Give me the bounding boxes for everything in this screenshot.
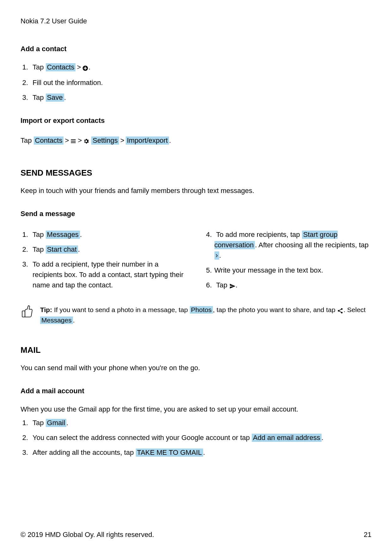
start-chat-button: Start chat [46,245,78,254]
text: . [78,245,80,253]
text: . [219,251,221,259]
text: > [63,134,70,148]
contacts-button: Contacts [34,136,64,145]
send-message-steps-right: To add more recipients, tap Start group … [202,229,372,295]
heading-send-messages: SEND MESSAGES [21,167,371,179]
text: Tap [33,93,46,101]
svg-point-8 [338,310,340,311]
text: After adding all the accounts, tap [33,449,136,456]
menu-icon [70,134,76,148]
gear-icon [83,134,89,148]
svg-rect-5 [71,142,76,143]
text: Tap [33,63,46,71]
page-header: Nokia 7.2 User Guide [21,16,371,26]
text: . [203,449,205,456]
svg-line-10 [339,309,341,310]
list-item: Tap Gmail. [30,418,371,428]
send-message-steps-left: Tap Messages. Tap Start chat. To add a r… [21,229,190,295]
svg-point-9 [341,312,343,313]
text: You can select the address connected wit… [33,434,252,442]
text: . [322,434,323,442]
list-item: Tap Start chat. [30,244,190,255]
send-icon [229,280,236,291]
import-export-button: Import/export [126,136,169,145]
tip-text: Tip: If you want to send a photo in a me… [40,305,371,325]
text: > [75,62,82,72]
text: Tap [21,136,34,144]
gmail-button: Gmail [46,419,66,427]
mail-intro: You can send mail with your phone when y… [21,363,371,373]
add-mail-account-steps: Tap Gmail. You can select the address co… [21,418,371,458]
page-footer: © 2019 HMD Global Oy. All rights reserve… [21,529,371,540]
svg-rect-3 [71,139,76,140]
plus-circle-icon [82,63,88,73]
list-item: Tap Contacts > . [30,62,371,73]
tip-box: Tip: If you want to send a photo in a me… [21,305,371,325]
text: . After choosing all the recipients, tap [255,241,369,249]
text: To add more recipients, tap [216,231,302,238]
svg-line-11 [339,311,341,312]
text: Tap [33,231,46,238]
add-contact-steps: Tap Contacts > . Fill out the informatio… [21,62,371,103]
heading-send-a-message: Send a message [21,208,371,219]
svg-rect-6 [22,311,25,317]
settings-button: Settings [91,136,119,145]
text: . [169,136,171,144]
list-item: After adding all the accounts, tap TAKE … [30,447,371,458]
text: . [73,316,75,324]
tip-label: Tip: [40,306,52,313]
mail-intro2: When you use the Gmail app for the first… [21,404,371,414]
list-item: Tap Messages. [30,229,190,240]
list-item: Tap Save. [30,92,371,103]
import-export-path: Tap Contacts > > Settings > Import/expor… [21,134,371,148]
heading-add-mail-account: Add a mail account [21,386,371,396]
list-item: Fill out the information. [30,77,371,88]
text: . [88,63,90,71]
text: Tap [216,281,229,289]
take-me-to-gmail-button: TAKE ME TO GMAIL [136,449,203,457]
add-email-button: Add an email address [252,434,322,442]
list-item: Write your message in the text box. [212,265,372,275]
list-item: To add more recipients, tap Start group … [212,229,372,261]
text: > [119,134,126,148]
text: > [76,134,83,148]
photos-button: Photos [190,306,213,314]
page-number: 21 [364,529,371,540]
text: . [236,281,238,289]
text: If you want to send a photo in a message… [52,306,190,313]
tip-icon [21,305,34,321]
text: , tap the photo you want to share, and t… [213,306,337,313]
save-button: Save [46,93,64,102]
heading-add-contact: Add a contact [21,44,371,54]
text: . [64,93,66,101]
text: . Select [343,306,365,313]
list-item: Tap . [212,280,372,291]
list-item: To add a recipient, type their number in… [30,259,190,290]
messages-button: Messages [46,231,80,239]
text: Tap [33,245,46,253]
list-item: You can select the address connected wit… [30,432,371,443]
svg-rect-4 [71,141,76,142]
messages-button: Messages [40,316,73,324]
svg-rect-2 [84,68,87,69]
copyright: © 2019 HMD Global Oy. All rights reserve… [21,529,154,540]
next-button: › [214,251,219,260]
heading-mail: MAIL [21,344,371,356]
text: . [66,419,68,427]
send-messages-intro: Keep in touch with your friends and fami… [21,185,371,196]
text: . [80,231,82,238]
share-icon [337,305,343,315]
svg-point-7 [341,308,343,310]
heading-import-export: Import or export contacts [21,115,371,126]
text: Tap [33,419,46,427]
contacts-button: Contacts [46,63,76,71]
